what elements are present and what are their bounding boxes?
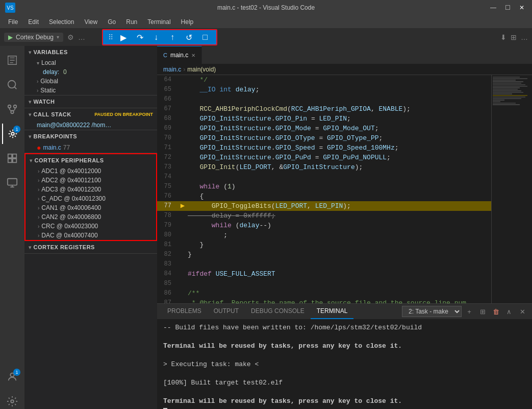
svg-rect-6	[8, 154, 12, 158]
code-editor[interactable]: 64 */ 65 __IO int delay; 66	[157, 75, 491, 303]
breakpoint-filename: main.c	[43, 144, 61, 151]
chevron-right-icon: ›	[38, 233, 39, 238]
debug-session-more[interactable]: …	[78, 33, 85, 41]
code-line-77: 77 ▶ GPIO_ToggleBits(LED_PORT, LED_PIN);	[157, 201, 491, 211]
menu-selection[interactable]: Selection	[45, 17, 78, 27]
minimize-btn[interactable]: —	[488, 3, 498, 13]
cortex-peripherals-label: CORTEX PERIPHERALS	[35, 157, 104, 163]
variable-value: 0	[63, 68, 67, 76]
menu-go[interactable]: Go	[104, 17, 120, 27]
terminal-dropdown[interactable]: 2: Task - make	[402, 306, 462, 317]
tab-output[interactable]: OUTPUT	[208, 304, 245, 319]
activity-search[interactable]	[2, 75, 22, 95]
peripheral-adc3[interactable]: › ADC3 @ 0x40012200	[26, 185, 156, 194]
download-icon[interactable]: ⬇	[500, 33, 506, 41]
terminal-line-7: [100%] Built target test02.elf	[163, 378, 526, 388]
editor-tab-main-c[interactable]: C main.c ✕	[157, 46, 202, 64]
tab-terminal[interactable]: TERMINAL	[311, 304, 354, 319]
breakpoints-section: ▾ BREAKPOINTS ● main.c 77	[24, 130, 157, 153]
chevron-right-icon: ›	[37, 79, 38, 84]
peripheral-can2[interactable]: › CAN2 @ 0x40006800	[26, 212, 156, 222]
static-label: Static	[40, 87, 56, 94]
chevron-down-icon: ▾	[29, 245, 32, 250]
peripheral-dac[interactable]: › DAC @ 0x40007400	[26, 231, 156, 240]
debug-session-gear[interactable]: ⚙	[67, 33, 74, 41]
breakpoints-header[interactable]: ▾ BREAKPOINTS	[24, 130, 157, 142]
code-line-76: 76 {	[157, 191, 491, 201]
peripheral-crc[interactable]: › CRC @ 0x40023000	[26, 222, 156, 231]
activity-remote[interactable]	[2, 173, 22, 193]
menu-view[interactable]: View	[80, 17, 102, 27]
peripheral-adc1[interactable]: › ADC1 @ 0x40012000	[26, 166, 156, 176]
code-line-67: 67 RCC_AHB1PeriphClockCmd(RCC_AHB1Periph…	[157, 104, 491, 114]
tab-close-btn[interactable]: ✕	[191, 53, 195, 58]
code-line-84: 84 #ifdef USE_FULL_ASSERT	[157, 269, 491, 279]
close-panel-btn[interactable]: ✕	[517, 306, 528, 317]
global-group[interactable]: › Global	[24, 77, 157, 86]
terminal-content[interactable]: -- Build files have been written to: /ho…	[157, 319, 532, 409]
activity-extensions[interactable]	[2, 148, 22, 169]
watch-section: ▾ WATCH	[24, 95, 157, 108]
call-stack-label: CALL STACK	[34, 111, 71, 117]
menu-edit[interactable]: Edit	[24, 17, 43, 27]
peripheral-cadc[interactable]: › C_ADC @ 0x40012300	[26, 194, 156, 203]
local-label: Local	[41, 59, 56, 66]
breakpoint-item[interactable]: ● main.c 77	[24, 142, 157, 153]
close-btn[interactable]: ✕	[517, 3, 527, 13]
split-terminal-btn[interactable]: ⊞	[477, 306, 488, 317]
svg-rect-9	[13, 159, 16, 162]
peripheral-can1[interactable]: › CAN1 @ 0x40006400	[26, 203, 156, 212]
more-actions-icon[interactable]: …	[521, 33, 528, 41]
call-stack-header[interactable]: ▾ CALL STACK PAUSED ON BREAKPOINT	[24, 108, 157, 121]
step-out-button[interactable]: ↑	[166, 31, 179, 43]
code-line-71: 71 GPIO_InitStructure.GPIO_Speed = GPIO_…	[157, 143, 491, 153]
activity-accounts[interactable]: 1	[2, 367, 22, 387]
breakpoint-line: 77	[63, 144, 70, 151]
minimap	[491, 75, 532, 303]
chevron-right-icon: ›	[38, 178, 39, 183]
restart-button[interactable]: ↺	[183, 31, 195, 43]
terminal-line-8	[163, 388, 526, 397]
continue-button[interactable]: ▶	[117, 31, 130, 43]
tab-debug-console[interactable]: DEBUG CONSOLE	[245, 304, 311, 319]
title-bar: VS main.c - test02 - Visual Studio Code …	[0, 0, 532, 15]
step-over-button[interactable]: ↷	[134, 31, 146, 43]
activity-source-control[interactable]	[2, 99, 22, 119]
trash-btn[interactable]: 🗑	[490, 306, 501, 317]
activity-explorer[interactable]	[2, 50, 22, 70]
call-stack-item[interactable]: main@0x08000222 /hom…	[24, 121, 157, 130]
debug-session-label: Cortex Debug	[16, 34, 54, 41]
breadcrumb-separator: ›	[183, 66, 185, 73]
chevron-up-icon[interactable]: ∧	[503, 306, 515, 317]
chevron-down-icon: ▾	[29, 134, 32, 139]
activity-debug[interactable]: 1	[2, 124, 22, 144]
activity-settings[interactable]	[2, 391, 22, 409]
breadcrumb: main.c › main(void)	[157, 64, 532, 75]
peripheral-adc2[interactable]: › ADC2 @ 0x40012100	[26, 176, 156, 185]
variables-header[interactable]: ▾ VARIABLES	[24, 46, 157, 58]
drag-handle-icon: ⠿	[108, 33, 113, 41]
tab-problems[interactable]: PROBLEMS	[161, 304, 208, 319]
add-terminal-btn[interactable]: +	[464, 306, 475, 317]
code-line-72: 72 GPIO_InitStructure.GPIO_PuPd = GPIO_P…	[157, 153, 491, 162]
delay-variable[interactable]: delay: 0	[24, 67, 157, 77]
static-group[interactable]: › Static	[24, 86, 157, 95]
menu-file[interactable]: File	[4, 17, 22, 27]
cortex-peripherals-header[interactable]: ▾ CORTEX PERIPHERALS	[26, 154, 156, 166]
code-line-69: 69 GPIO_InitStructure.GPIO_Mode = GPIO_M…	[157, 124, 491, 133]
cortex-registers-header[interactable]: ▾ CORTEX REGISTERS	[24, 241, 157, 253]
watch-header[interactable]: ▾ WATCH	[24, 95, 157, 108]
split-editor-icon[interactable]: ⊞	[511, 33, 517, 41]
menu-run[interactable]: Run	[122, 17, 141, 27]
step-into-button[interactable]: ↓	[150, 31, 162, 43]
stop-button[interactable]: □	[199, 31, 211, 43]
debug-session-arrow: ▶	[8, 34, 13, 41]
code-line-75: 75 while (1)	[157, 182, 491, 191]
menu-help[interactable]: Help	[177, 17, 198, 27]
debug-toolbar: ⠿ ▶ ↷ ↓ ↑ ↺ □	[102, 29, 217, 45]
code-line-68: 68 GPIO_InitStructure.GPIO_Pin = LED_PIN…	[157, 114, 491, 124]
debug-session[interactable]: ▶ Cortex Debug ▾	[4, 33, 63, 42]
maximize-btn[interactable]: ☐	[502, 3, 513, 13]
local-group[interactable]: ▾ Local	[24, 58, 157, 67]
menu-terminal[interactable]: Terminal	[143, 17, 174, 27]
